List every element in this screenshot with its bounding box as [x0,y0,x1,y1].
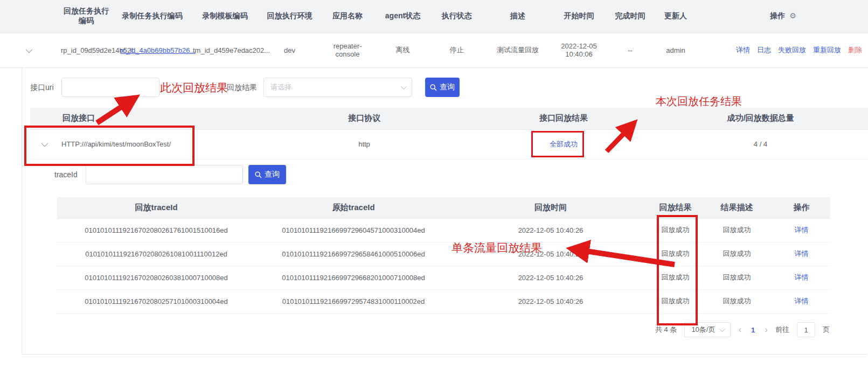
col-replay-time: 回放时间 [452,197,650,218]
detail-action[interactable]: 详情 [736,45,750,55]
replay-result-cell: 回放成功 [650,266,701,289]
chevron-down-icon[interactable] [26,46,33,53]
description-cell: 测试流量回放 [485,33,551,67]
delete-action[interactable]: 删除 [848,45,862,55]
result-desc-cell: 回放成功 [701,266,773,289]
col-record-exec-code: 录制任务执行编码 [116,0,189,33]
interface-result-table: 回放接口 接口协议 接口回放结果 成功/回放数据总量 HTTP:///api/k… [30,108,868,159]
chevron-down-icon [719,326,725,332]
task-row: rp_id_09d59d2e14b52f... rc_id_4a0b69bb57… [0,33,868,67]
search-button-label: 查询 [440,82,455,92]
expand-header [0,0,57,33]
replay-task-table: 回放任务执行编码 录制任务执行编码 录制模板编码 回放执行环境 应用名称 age… [0,0,868,68]
expanded-detail-panel: 接口uri 回放结果 请选择 查询 回放接口 [22,68,867,355]
trace-detail-action[interactable]: 详情 [795,249,809,258]
record-template-code-cell: tm_id_d459e7edac202... [189,33,261,67]
replay-result-cell: 回放成功 [650,218,701,242]
trace-row: 01010101119216702080261761001510016ed 01… [57,218,830,242]
goto-page-input[interactable] [797,322,815,337]
result-filter-label: 回放结果 [227,78,257,97]
re-replay-action[interactable]: 重新回放 [813,45,841,55]
replay-exec-code-cell: rp_id_09d59d2e14b52f... [57,33,116,67]
exec-status-cell: 停止 [428,33,485,67]
expand-header [30,108,57,129]
uri-filter-input[interactable] [61,78,159,97]
trace-row: 01010101119216702080260381000710008ed 01… [57,266,830,289]
trace-detail-action[interactable]: 详情 [795,297,809,305]
updater-cell: admin [653,33,698,67]
result-filter-select[interactable]: 请选择 [263,78,412,97]
chevron-down-icon[interactable] [41,140,48,147]
success-total-cell: 4 / 4 [652,129,868,159]
col-exec-status: 执行状态 [428,0,485,33]
uri-filter-label: 接口uri [30,78,54,97]
replay-traceid-cell: 01010101119216702080261081001110012ed [57,242,255,266]
origin-traceid-cell: 01010101119216699729668201000710008ed [255,266,452,289]
col-updater: 更新人 [653,0,698,33]
interface-result-link[interactable]: 全部成功 [550,140,578,148]
col-interface-result: 接口回放结果 [475,108,652,129]
replay-time-cell: 2022-12-05 10:40:26 [452,218,650,242]
trace-detail-action[interactable]: 详情 [795,273,809,281]
trace-row: 01010101119216702080261081001110012ed 01… [57,242,830,266]
traceid-filter-input[interactable] [86,165,243,184]
pagination: 共 4 条 10条/页 ‹ 1 › 前往 页 [655,322,830,337]
col-replay-interface: 回放接口 [57,108,254,129]
col-replay-exec-code: 回放任务执行编码 [57,0,116,33]
finish-time-cell: -- [607,33,653,67]
replay-result-cell: 回放成功 [650,289,701,313]
col-operation: 操作 [773,197,830,218]
total-count: 共 4 条 [655,325,677,335]
col-result-desc: 结果描述 [701,197,773,218]
page-size-value: 10条/页 [691,325,715,335]
prev-page-icon[interactable]: ‹ [738,322,741,337]
replay-time-cell: 2022-12-05 10:40:26 [452,242,650,266]
trace-detail-action[interactable]: 详情 [795,226,809,234]
replay-traceid-cell: 01010101119216702080261761001510016ed [57,218,255,242]
replay-traceid-cell: 01010101119216702080257101000310004ed [57,289,255,313]
protocol-cell: http [254,129,475,159]
gear-icon[interactable]: ⚙ [789,11,796,20]
search-icon [255,171,262,178]
col-actions: 操作 ⚙ [698,0,868,33]
trace-row: 01010101119216702080257101000310004ed 01… [57,289,830,313]
search-button-label: 查询 [265,170,280,179]
replay-time-cell: 2022-12-05 10:40:26 [452,266,650,289]
search-icon [430,84,437,91]
col-replay-traceid: 回放traceId [57,197,255,218]
log-action[interactable]: 日志 [757,45,771,55]
col-origin-traceid: 原始traceId [255,197,452,218]
result-desc-cell: 回放成功 [701,242,773,266]
current-page[interactable]: 1 [749,326,757,334]
replay-result-cell: 回放成功 [650,242,701,266]
col-agent-status: agent状态 [377,0,428,33]
origin-traceid-cell: 01010101119216699729574831000110002ed [255,289,452,313]
next-page-icon[interactable]: › [765,322,768,337]
result-desc-cell: 回放成功 [701,218,773,242]
origin-traceid-cell: 01010101119216699729604571000310004ed [255,218,452,242]
origin-traceid-cell: 01010101119216699729658461000510006ed [255,242,452,266]
start-time-cell: 2022-12-05 10:40:06 [551,33,607,67]
replay-task-page: 回放任务执行编码 录制任务执行编码 录制模板编码 回放执行环境 应用名称 age… [0,0,868,368]
interface-table-header-row: 回放接口 接口协议 接口回放结果 成功/回放数据总量 [30,108,868,129]
col-success-total: 成功/回放数据总量 [652,108,868,129]
app-name-cell: repeater-console [318,33,377,67]
result-select-placeholder: 请选择 [270,82,291,92]
col-description: 描述 [485,0,551,33]
traceid-search-button[interactable]: 查询 [248,165,286,184]
interface-search-button[interactable]: 查询 [425,78,460,97]
page-size-select[interactable]: 10条/页 [684,322,731,337]
interface-row: HTTP:///api/kimi/test/moonBoxTest/ http … [30,129,868,159]
failed-replay-action[interactable]: 失败回放 [778,45,806,55]
record-exec-code-link[interactable]: rc_id_4a0b69bb57b26... [120,46,196,54]
trace-filter-row: traceId 查询 [22,165,867,184]
col-start-time: 开始时间 [551,0,607,33]
col-app-name: 应用名称 [318,0,377,33]
trace-table: 回放traceId 原始traceId 回放时间 回放结果 结果描述 操作 01… [57,197,830,314]
result-desc-cell: 回放成功 [701,289,773,313]
interface-filter-row: 接口uri 回放结果 请选择 查询 [22,78,867,97]
col-replay-env: 回放执行环境 [261,0,318,33]
col-replay-result: 回放结果 [650,197,701,218]
replay-time-cell: 2022-12-05 10:40:26 [452,289,650,313]
col-protocol: 接口协议 [254,108,475,129]
